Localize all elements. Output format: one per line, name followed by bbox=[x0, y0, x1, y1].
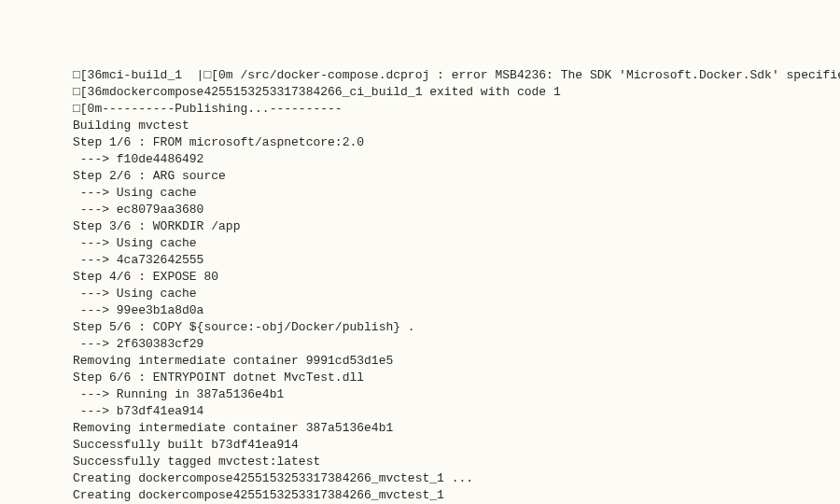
log-line: ---> 4ca732642555 bbox=[73, 252, 840, 269]
log-line: ---> 99ee3b1a8d0a bbox=[73, 302, 840, 319]
log-line: Building mvctest bbox=[73, 118, 840, 134]
log-line: Removing intermediate container 387a5136… bbox=[73, 420, 840, 437]
log-line: □[0m----------Publishing...---------- bbox=[73, 101, 840, 118]
log-line: ---> Using cache bbox=[73, 185, 840, 202]
log-line: ---> 2f630383cf29 bbox=[73, 336, 840, 353]
log-line: Step 4/6 : EXPOSE 80 bbox=[73, 269, 840, 286]
log-line: Successfully tagged mvctest:latest bbox=[73, 454, 840, 470]
log-line: ---> f10de4486492 bbox=[73, 151, 840, 168]
terminal-output: □[36mci-build_1 |□[0m /src/docker-compos… bbox=[73, 67, 840, 504]
log-line: Step 3/6 : WORKDIR /app bbox=[73, 218, 840, 235]
log-line: Successfully built b73df41ea914 bbox=[73, 437, 840, 454]
log-line: □[36mci-build_1 |□[0m /src/docker-compos… bbox=[73, 67, 840, 84]
log-line: □[36mdockercompose4255153253317384266_ci… bbox=[73, 84, 840, 101]
log-line: Creating dockercompose425515325331738426… bbox=[73, 470, 840, 487]
log-line: ---> Using cache bbox=[73, 235, 840, 252]
log-line: Step 1/6 : FROM microsoft/aspnetcore:2.0 bbox=[73, 134, 840, 151]
log-line: Creating dockercompose425515325331738426… bbox=[73, 487, 840, 504]
log-line: ---> Using cache bbox=[73, 286, 840, 302]
log-line: Removing intermediate container 9991cd53… bbox=[73, 353, 840, 370]
log-line: Step 2/6 : ARG source bbox=[73, 168, 840, 185]
log-line: ---> b73df41ea914 bbox=[73, 403, 840, 420]
log-line: Step 5/6 : COPY ${source:-obj/Docker/pub… bbox=[73, 319, 840, 336]
log-line: ---> Running in 387a5136e4b1 bbox=[73, 386, 840, 403]
log-line: Step 6/6 : ENTRYPOINT dotnet MvcTest.dll bbox=[73, 370, 840, 386]
log-line: ---> ec8079aa3680 bbox=[73, 202, 840, 218]
